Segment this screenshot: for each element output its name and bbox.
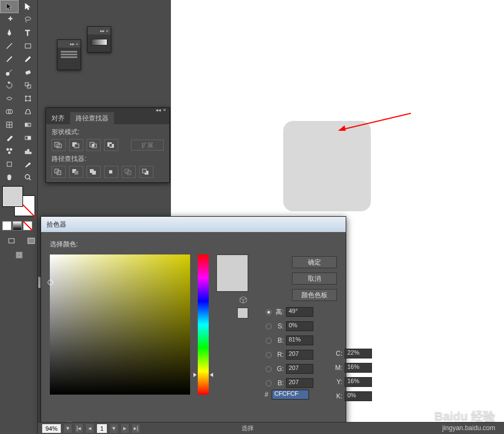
tool-hand[interactable] (0, 171, 19, 184)
tool-lasso[interactable] (19, 13, 37, 26)
cancel-button[interactable]: 取消 (292, 273, 337, 285)
swatches-button[interactable]: 颜色色板 (292, 289, 337, 301)
tool-gradient[interactable] (19, 118, 37, 131)
tool-mesh[interactable] (0, 118, 19, 131)
pf-divide[interactable] (51, 166, 66, 178)
hex-field[interactable]: CFCFCF (272, 390, 309, 400)
status-bar: 94% ▾ |◂ ◂ 1 ▾ ▸ ▸| 选择 (38, 422, 504, 434)
svg-point-10 (30, 96, 31, 97)
tool-blob[interactable] (0, 66, 19, 79)
tool-magic-wand[interactable] (0, 13, 19, 26)
tool-zoom[interactable] (19, 171, 37, 184)
zoom-field[interactable]: 94% (42, 424, 61, 433)
k-field[interactable]: 0% (345, 391, 372, 401)
fill-color[interactable] (2, 186, 23, 207)
close-icon[interactable]: × (163, 107, 166, 113)
c-field[interactable]: 22% (345, 349, 372, 358)
cube-icon[interactable] (239, 296, 247, 304)
r-field[interactable]: 207 (286, 350, 313, 360)
tool-direct-select[interactable] (19, 0, 37, 13)
b-field[interactable]: 81% (286, 335, 313, 345)
b2-field[interactable]: 207 (286, 378, 313, 388)
shape-unite[interactable] (51, 139, 66, 151)
radio-g[interactable] (266, 366, 272, 372)
radio-s[interactable] (266, 323, 272, 329)
radio-h[interactable] (266, 309, 272, 315)
svg-line-2 (7, 43, 12, 49)
expand-button[interactable]: 扩展 (131, 140, 164, 151)
s-field[interactable]: 0% (286, 321, 313, 331)
radio-b[interactable] (266, 338, 272, 344)
y-field[interactable]: 16% (345, 377, 372, 387)
tool-slice[interactable] (19, 158, 37, 171)
hue-slider[interactable] (198, 254, 209, 395)
svg-rect-3 (25, 44, 31, 48)
saturation-field[interactable] (50, 254, 190, 395)
svg-rect-26 (30, 152, 31, 154)
tool-line[interactable] (0, 39, 19, 53)
svg-rect-31 (28, 238, 35, 244)
page-prev[interactable]: ◂ (86, 424, 94, 433)
radio-b2[interactable] (266, 380, 272, 386)
tab-pathfinder[interactable]: 路径查找器 (70, 112, 114, 124)
page-last[interactable]: ▸| (132, 424, 140, 433)
m-field[interactable]: 16% (345, 363, 372, 373)
rounded-rectangle-shape[interactable] (283, 121, 371, 211)
svg-point-23 (8, 152, 10, 154)
pf-trim[interactable] (69, 166, 83, 178)
tool-pen[interactable] (0, 26, 19, 39)
tool-eraser[interactable] (19, 66, 37, 79)
shape-exclude[interactable] (104, 139, 118, 151)
tool-rectangle[interactable] (19, 39, 37, 53)
tool-scale[interactable] (19, 79, 37, 92)
pf-merge[interactable] (87, 166, 101, 178)
tool-eyedropper[interactable] (0, 131, 19, 144)
tool-symbol[interactable] (0, 144, 19, 158)
shape-intersect[interactable] (87, 139, 101, 151)
svg-text:T: T (25, 28, 30, 37)
tool-rotate[interactable] (0, 79, 19, 92)
svg-rect-43 (110, 144, 112, 147)
tab-align[interactable]: 对齐 (46, 112, 70, 124)
tool-palette: T (0, 0, 38, 434)
page-next[interactable]: ▸ (121, 424, 129, 433)
shape-minus[interactable] (69, 139, 83, 151)
radio-r[interactable] (266, 352, 272, 358)
screen-mode-toggle[interactable] (10, 248, 28, 262)
pf-crop[interactable] (104, 166, 118, 178)
tool-artboard[interactable] (0, 158, 19, 171)
svg-rect-24 (25, 151, 27, 154)
mini-panel-2[interactable]: ▸▸ × (87, 26, 111, 53)
svg-rect-37 (75, 144, 79, 148)
g-field[interactable]: 207 (286, 364, 313, 374)
pf-minus-back[interactable] (139, 166, 153, 178)
swatch-gradient[interactable] (13, 221, 22, 230)
page-field[interactable]: 1 (97, 424, 107, 433)
collapse-icon[interactable]: ◂◂ (156, 107, 161, 113)
tool-free-transform[interactable] (19, 92, 37, 105)
page-dropdown[interactable]: ▾ (110, 424, 118, 433)
tool-pencil[interactable] (19, 53, 37, 66)
tool-shape-builder[interactable] (0, 105, 19, 118)
tool-paintbrush[interactable] (0, 53, 19, 66)
small-swatch[interactable] (237, 308, 248, 319)
tool-perspective[interactable] (19, 105, 37, 118)
page-first[interactable]: |◂ (75, 424, 83, 433)
ok-button[interactable]: 确定 (292, 256, 337, 268)
swatch-white[interactable] (2, 221, 12, 230)
pf-outline[interactable] (122, 166, 136, 178)
tool-selection[interactable] (0, 0, 19, 13)
screen-mode-1[interactable] (2, 234, 21, 247)
svg-point-22 (10, 148, 12, 151)
tool-width[interactable] (0, 92, 19, 105)
swatch-none[interactable] (23, 221, 32, 230)
svg-line-55 (341, 113, 411, 130)
h-field[interactable]: 49° (286, 307, 313, 317)
pathfinder-panel: ◂◂× 对齐 路径查找器 形状模式: 扩展 路径查找器: (45, 107, 170, 183)
mini-panel-1[interactable]: ▸▸ × (57, 39, 81, 70)
tool-graph[interactable] (19, 144, 37, 158)
pathfinder-label: 路径查找器: (51, 154, 164, 164)
tool-type[interactable]: T (19, 26, 37, 39)
tool-blend[interactable] (19, 131, 37, 144)
zoom-dropdown[interactable]: ▾ (64, 424, 72, 433)
